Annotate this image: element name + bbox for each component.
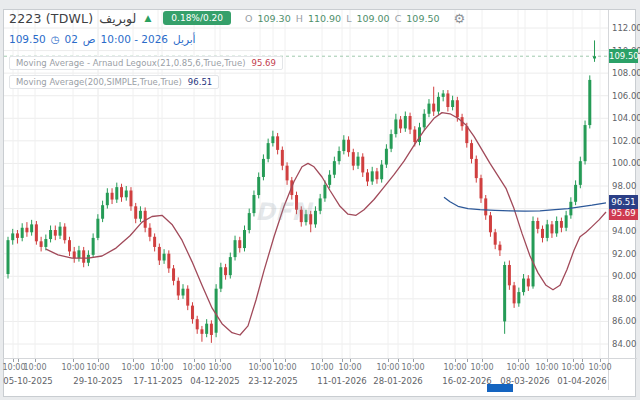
time-tick — [582, 359, 583, 362]
time-tick — [158, 359, 159, 362]
time-tick — [133, 359, 134, 362]
price-axis-label: 102.00 — [612, 136, 640, 146]
sma200-label: Moving Average(200,SIMPLE,True,True) — [16, 77, 182, 87]
time-label: 10:00 — [86, 363, 109, 372]
time-tick — [518, 359, 519, 362]
last-price-text: 109.50 — [9, 33, 46, 45]
up-triangle-icon: ▲ — [144, 13, 151, 23]
time-tick — [398, 359, 399, 362]
indicator-legend-alma[interactable]: Moving Average - Arnaud Legoux(21,0.85,6… — [9, 56, 283, 70]
open-label: O — [245, 13, 252, 24]
time-tick — [467, 359, 468, 362]
clock-icon: ◷ — [51, 34, 60, 45]
date-label: 04-12-2025 — [190, 376, 239, 386]
date-label: 01-04-2026 — [557, 376, 606, 386]
chart-window: DFN 2223 (TDWL) لوبريف ▲ 0.18%/0.20 O 10… — [0, 0, 640, 400]
time-tick — [215, 359, 216, 362]
last-price-axis-badge: 109.50 — [609, 49, 638, 63]
date-label: 11-01-2026 — [317, 376, 366, 386]
time-tick — [413, 359, 414, 362]
time-tick — [547, 359, 548, 362]
date-label: 17-11-2025 — [133, 376, 182, 386]
indicator-legend-sma200[interactable]: Moving Average(200,SIMPLE,True,True) 96.… — [9, 75, 219, 89]
ma-line — [46, 113, 606, 335]
time-tick — [194, 359, 195, 362]
time-tick — [273, 359, 274, 362]
date-label: 16-02-2026 — [442, 376, 491, 386]
time-label: 10:00 — [588, 363, 611, 372]
settings-gear-icon[interactable]: ⚙ — [454, 11, 466, 26]
symbol-name-arabic: لوبريف — [99, 11, 136, 26]
time-label: 10:00 — [376, 363, 399, 372]
time-label: 10:00 — [182, 363, 205, 372]
open-value: 109.30 — [257, 13, 290, 24]
time-tick — [260, 359, 261, 362]
time-label: 10:00 — [208, 363, 231, 372]
price-axis-label: 104.00 — [612, 113, 640, 123]
datetime-month: أبريل — [173, 33, 196, 45]
price-axis-label: 108.00 — [612, 68, 640, 78]
time-tick — [13, 359, 14, 362]
datetime-day: 02 — [64, 33, 77, 45]
date-label: 05-10-2025 — [3, 376, 52, 386]
price-axis-label: 94.00 — [612, 226, 636, 236]
price-axis-label: 98.00 — [612, 181, 636, 191]
time-label: 10:00 — [61, 363, 84, 372]
time-label: 10:00 — [23, 363, 46, 372]
symbol-header-row: 2223 (TDWL) لوبريف ▲ 0.18%/0.20 O 109.30… — [9, 8, 465, 28]
time-tick — [73, 359, 74, 362]
ohlc-readout: O 109.30 H 110.90 L 109.00 C 109.50 — [245, 13, 440, 24]
date-label: 29-10-2025 — [73, 376, 122, 386]
time-tick — [342, 359, 343, 362]
price-axis-label: 90.00 — [612, 271, 636, 281]
sma200-value: 96.51 — [188, 77, 212, 87]
timeline-marker — [487, 384, 513, 392]
time-label: 10:00 — [338, 363, 361, 372]
time-label: 10:00 — [535, 363, 558, 372]
time-tick — [455, 359, 456, 362]
time-tick — [162, 359, 163, 362]
time-tick — [322, 359, 323, 362]
time-tick — [573, 359, 574, 362]
price-axis-label: 92.00 — [612, 249, 636, 259]
price-axis-label: 112.00 — [612, 23, 640, 33]
indicator-lines — [46, 113, 606, 335]
low-label: L — [346, 13, 351, 24]
price-axis-label: 100.00 — [612, 158, 640, 168]
time-label: 10:00 — [401, 363, 424, 372]
time-tick — [18, 359, 19, 362]
legend: 2223 (TDWL) لوبريف ▲ 0.18%/0.20 O 109.30… — [9, 8, 465, 89]
time-label: 10:00 — [248, 363, 271, 372]
indicator-legend: Moving Average - Arnaud Legoux(21,0.85,6… — [9, 51, 465, 89]
alma-value: 95.69 — [252, 58, 276, 68]
time-tick — [600, 359, 601, 362]
time-tick — [220, 359, 221, 362]
datetime-ampm: ص — [83, 33, 96, 45]
last-update-row: 109.50 ◷ 02 ص 10:00 - 2026 أبريل — [9, 31, 465, 47]
time-tick — [35, 359, 36, 362]
symbol-title: 2223 (TDWL) — [9, 11, 93, 26]
time-label: 10:00 — [310, 363, 333, 372]
time-label: 10:00 — [273, 363, 296, 372]
close-label: C — [395, 13, 402, 24]
high-value: 110.90 — [308, 13, 341, 24]
close-value: 109.50 — [406, 13, 439, 24]
time-tick — [525, 359, 526, 362]
price-axis[interactable]: 109.50 95.69 96.51 84.0086.0088.0090.009… — [608, 10, 638, 390]
price-axis-label: 88.00 — [612, 294, 636, 304]
time-label: 10:00 — [506, 363, 529, 372]
change-badge: 0.18%/0.20 — [163, 11, 231, 25]
time-tick — [98, 359, 99, 362]
alma-label: Moving Average - Arnaud Legoux(21,0.85,6… — [16, 58, 246, 68]
time-axis[interactable]: 10:0010:0010:0010:0010:0010:0010:0010:00… — [3, 358, 637, 398]
time-label: 10:00 — [121, 363, 144, 372]
price-axis-label: 86.00 — [612, 316, 636, 326]
price-axis-label: 106.00 — [612, 91, 640, 101]
time-tick — [350, 359, 351, 362]
time-tick — [388, 359, 389, 362]
time-label: 10:00 — [470, 363, 493, 372]
time-label: 10:00 — [2, 363, 25, 372]
time-label: 10:00 — [443, 363, 466, 372]
high-label: H — [296, 13, 303, 24]
watermark: DFN — [255, 198, 311, 226]
